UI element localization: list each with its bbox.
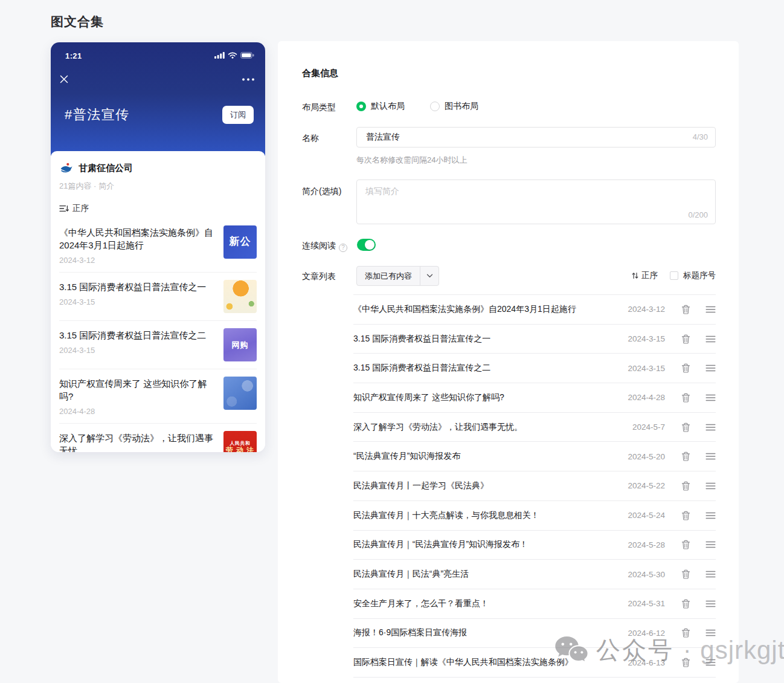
article-title: 知识产权宣传周来了 这些知识你了解吗? — [59, 377, 217, 403]
help-icon[interactable]: ? — [339, 244, 347, 252]
intro-char-counter: 0/200 — [688, 210, 708, 219]
close-icon[interactable] — [59, 74, 69, 84]
phone-article-item[interactable]: 深入了解学习《劳动法》，让我们遇事无忧。 2024-5-7 人民共和 劳 动 法 — [59, 424, 257, 452]
continuous-reading-label: 连续阅读? — [302, 241, 347, 252]
phone-article-item[interactable]: 《中华人民共和国档案法实施条例》自2024年3月1日起施行 2024-3-12 … — [59, 218, 257, 273]
phone-header: 1:21 #普法宣传 订阅 — [51, 42, 265, 156]
continuous-reading-toggle[interactable] — [357, 239, 376, 251]
drag-handle-icon[interactable] — [705, 394, 716, 401]
article-title: 民法典宣传月｜民法“典”亮生活 — [353, 569, 617, 580]
article-date: 2024-5-7 — [617, 422, 665, 432]
table-row: “民法典宣传月”知识海报发布 2024-5-20 — [353, 442, 716, 471]
phone-preview: 1:21 #普法宣传 订阅 甘肃征信公司 21篇内容 · 简介 正序 — [51, 42, 265, 452]
delete-icon[interactable] — [681, 511, 690, 520]
more-icon[interactable] — [242, 78, 255, 81]
table-row: 3.15 国际消费者权益日普法宣传之二 2024-3-15 — [353, 354, 716, 383]
drag-handle-icon[interactable] — [705, 453, 716, 460]
article-date: 2024-5-30 — [617, 570, 665, 579]
checkbox-unchecked-icon[interactable] — [670, 271, 678, 280]
delete-icon[interactable] — [681, 569, 690, 579]
drag-handle-icon[interactable] — [705, 482, 716, 490]
add-content-label: 添加已有内容 — [357, 271, 420, 282]
article-title: 海报！6·9国际档案日宣传海报 — [353, 627, 617, 638]
name-input[interactable] — [356, 127, 716, 147]
delete-icon[interactable] — [681, 363, 690, 373]
radio-label: 图书布局 — [445, 101, 478, 112]
drag-handle-icon[interactable] — [705, 600, 716, 607]
delete-icon[interactable] — [681, 628, 690, 638]
delete-icon[interactable] — [681, 452, 690, 461]
article-date: 2024-5-28 — [617, 540, 665, 549]
table-row: 民法典宣传月丨一起学习《民法典》 2024-5-22 — [353, 471, 716, 501]
article-table: 《中华人民共和国档案法实施条例》自2024年3月1日起施行 2024-3-12 … — [353, 294, 716, 678]
name-hint: 每次名称修改需间隔24小时以上 — [356, 155, 467, 166]
table-row: 安全生产月来了，怎么干？看重点！ 2024-5-31 — [353, 589, 716, 619]
article-title: 安全生产月来了，怎么干？看重点！ — [353, 598, 617, 609]
table-row: 《中华人民共和国档案法实施条例》自2024年3月1日起施行 2024-3-12 — [353, 295, 716, 325]
article-title: 《中华人民共和国档案法实施条例》自2024年3月1日起施行 — [353, 304, 617, 315]
article-title: 深入了解学习《劳动法》，让我们遇事无忧。 — [353, 422, 617, 433]
delete-icon[interactable] — [681, 393, 690, 403]
layout-type-label: 布局类型 — [302, 102, 336, 113]
delete-icon[interactable] — [681, 481, 690, 491]
thumbnail-text: 劳 动 法 — [226, 446, 254, 452]
article-date: 2024-3-12 — [59, 256, 217, 265]
article-date: 2024-5-24 — [617, 511, 665, 520]
add-content-button[interactable]: 添加已有内容 — [356, 266, 439, 286]
article-thumbnail — [223, 377, 257, 410]
article-title: 知识产权宣传周来了 这些知识你了解吗? — [353, 392, 617, 403]
article-date: 2024-4-28 — [59, 407, 217, 416]
article-date: 2024-3-12 — [617, 305, 665, 314]
radio-label: 默认布局 — [371, 101, 405, 112]
article-title: 3.15 国际消费者权益日普法宣传之一 — [353, 334, 617, 345]
radio-default-layout[interactable]: 默认布局 — [356, 101, 405, 112]
delete-icon[interactable] — [681, 305, 690, 314]
drag-handle-icon[interactable] — [705, 659, 716, 666]
phone-article-item[interactable]: 3.15 国际消费者权益日普法宣传之一 2024-3-15 — [59, 273, 257, 321]
chevron-down-icon[interactable] — [420, 274, 439, 278]
article-date: 2024-3-15 — [617, 334, 665, 343]
drag-handle-icon[interactable] — [705, 424, 716, 431]
account-name: 甘肃征信公司 — [79, 163, 133, 174]
article-thumbnail: 网购 — [223, 328, 257, 361]
phone-sort-control[interactable]: 正序 — [59, 203, 257, 214]
article-list-label: 文章列表 — [302, 271, 336, 282]
article-thumbnail: 人民共和 劳 动 法 — [223, 431, 257, 452]
intro-label: 简介(选填) — [302, 186, 341, 197]
article-date: 2024-6-12 — [617, 629, 665, 638]
article-date: 2024-6-13 — [617, 658, 665, 667]
article-date: 2024-3-15 — [59, 297, 217, 306]
article-title: 3.15 国际消费者权益日普法宣传之一 — [59, 280, 217, 293]
drag-handle-icon[interactable] — [705, 571, 716, 578]
drag-handle-icon[interactable] — [705, 335, 716, 343]
drag-handle-icon[interactable] — [705, 306, 716, 313]
article-title: “民法典宣传月”知识海报发布 — [353, 451, 617, 462]
drag-handle-icon[interactable] — [705, 512, 716, 519]
drag-handle-icon[interactable] — [705, 364, 716, 372]
delete-icon[interactable] — [681, 540, 690, 549]
delete-icon[interactable] — [681, 422, 690, 432]
table-row: 海报！6·9国际档案日宣传海报 2024-6-12 — [353, 619, 716, 649]
table-row: 深入了解学习《劳动法》，让我们遇事无忧。 2024-5-7 — [353, 413, 716, 442]
radio-unchecked-icon — [430, 102, 440, 111]
table-sort-control[interactable]: 正序 — [632, 270, 658, 281]
table-sort-label: 正序 — [641, 270, 658, 281]
subscribe-button[interactable]: 订阅 — [222, 106, 254, 124]
drag-handle-icon[interactable] — [705, 541, 716, 548]
wifi-icon — [228, 50, 237, 61]
table-row: 国际档案日宣传｜解读《中华人民共和国档案法实施条例》 2024-6-13 — [353, 648, 716, 678]
phone-article-item[interactable]: 知识产权宣传周来了 这些知识你了解吗? 2024-4-28 — [59, 369, 257, 424]
article-title: 国际档案日宣传｜解读《中华人民共和国档案法实施条例》 — [353, 657, 617, 668]
article-thumbnail — [223, 280, 257, 313]
table-row: 知识产权宣传周来了 这些知识你了解吗? 2024-4-28 — [353, 383, 716, 413]
delete-icon[interactable] — [681, 334, 690, 344]
phone-article-list: 《中华人民共和国档案法实施条例》自2024年3月1日起施行 2024-3-12 … — [59, 218, 257, 452]
intro-textarea[interactable] — [356, 180, 716, 224]
drag-handle-icon[interactable] — [705, 629, 716, 636]
radio-book-layout[interactable]: 图书布局 — [430, 101, 478, 112]
article-date: 2024-5-31 — [617, 599, 665, 608]
title-numbering-control[interactable]: 标题序号 — [670, 270, 716, 281]
phone-article-item[interactable]: 3.15 国际消费者权益日普法宣传之二 2024-3-15 网购 — [59, 321, 257, 369]
delete-icon[interactable] — [681, 658, 690, 667]
delete-icon[interactable] — [681, 599, 690, 609]
